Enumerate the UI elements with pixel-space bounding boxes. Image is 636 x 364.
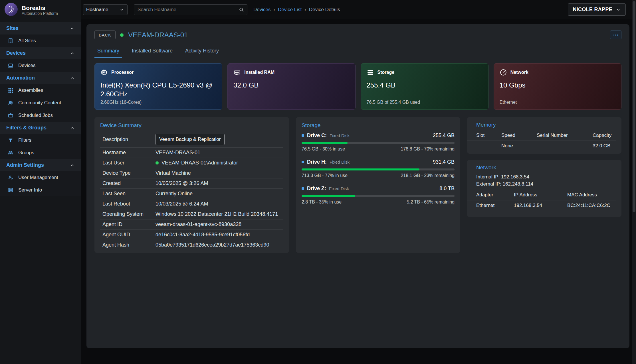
search-icon[interactable] <box>239 7 244 13</box>
sidebar-section-devices[interactable]: Devices <box>0 47 81 59</box>
brand-name: Borealis <box>22 5 58 11</box>
table-header-row: Adapter IP Address MAC Address <box>467 190 616 200</box>
online-status-dot <box>120 33 124 37</box>
chevron-up-icon <box>70 76 75 81</box>
brand: Borealis Automation Platform <box>4 2 58 18</box>
breadcrumb-devices[interactable]: Devices <box>253 7 270 13</box>
grid-icon <box>7 88 14 93</box>
cpu-icon <box>100 69 108 76</box>
chevron-down-icon <box>616 7 621 12</box>
drive-row: Drive H: Fixed Disk 931.4 GB 713.3 GB - … <box>302 159 455 178</box>
breadcrumb-separator: › <box>304 7 306 13</box>
sidebar-item-assemblies[interactable]: Assemblies <box>0 84 81 97</box>
network-card: Network Internal IP: 192.168.3.54 Extern… <box>467 160 621 217</box>
storage-heading: Storage <box>296 117 460 131</box>
panel-header: BACK VEEAM-DRAAS-01 <box>94 30 621 39</box>
search-box <box>134 4 247 15</box>
sidebar-item-devices[interactable]: Devices <box>0 59 81 72</box>
device-summary-table: Description Hostname VEEAM-DRAAS-01 Last… <box>100 131 283 250</box>
device-summary-card: Device Summary Description Hostname VEEA… <box>94 117 289 253</box>
chevron-down-icon <box>119 7 124 12</box>
sidebar-section-sites[interactable]: Sites <box>0 22 81 34</box>
tab-installed-software[interactable]: Installed Software <box>129 46 175 58</box>
hostname-filter-select[interactable]: Hostname <box>83 4 128 15</box>
sidebar-item-all-sites[interactable]: All Sites <box>0 34 81 47</box>
device-details-panel: BACK VEEAM-DRAAS-01 Summary Installed So… <box>86 24 629 348</box>
groups-icon <box>7 150 14 156</box>
table-header-row: Slot Speed Serial Number Capacity <box>467 130 616 141</box>
table-row: Agent GUID de16c0c1-8aa2-4d18-9585-9ce91… <box>100 230 283 240</box>
right-column: Memory Slot Speed Serial Number Capacity… <box>467 117 621 217</box>
sidebar-item-server-info[interactable]: Server Info <box>0 184 81 196</box>
table-row: Device Type Virtual Machine <box>100 168 283 178</box>
ellipsis-icon <box>613 32 619 38</box>
table-row: Ethernet 192.168.3.54 BC:24:11:CA:C6:2C <box>467 200 616 211</box>
drive-usage-bar <box>302 142 455 144</box>
network-heading: Network <box>467 160 621 173</box>
memory-heading: Memory <box>467 117 621 130</box>
server-icon <box>7 187 14 193</box>
sidebar-item-scheduled-jobs[interactable]: Scheduled Jobs <box>0 109 81 122</box>
brand-text: Borealis Automation Platform <box>22 5 58 16</box>
table-row: None 32.0 GB <box>467 141 616 151</box>
sidebar-section-automation[interactable]: Automation <box>0 72 81 84</box>
sidebar-item-groups[interactable]: Groups <box>0 147 81 159</box>
drive-usage-fill <box>302 195 355 197</box>
drive-usage-fill <box>302 142 348 144</box>
back-button[interactable]: BACK <box>94 30 116 39</box>
drive-usage-bar <box>302 195 455 197</box>
stat-card-installed-ram: Installed RAM 32.0 GB <box>227 63 355 110</box>
breadcrumb-current: Device Details <box>309 7 340 13</box>
briefcase-icon <box>7 113 14 118</box>
drive-icon <box>302 134 304 137</box>
breadcrumb-separator: › <box>273 7 275 13</box>
more-options-button[interactable] <box>610 30 621 39</box>
tab-summary[interactable]: Summary <box>94 46 122 58</box>
sidebar-item-filters[interactable]: Filters <box>0 134 81 147</box>
table-row: Agent Hash 05ba0e7935171d626ecea29b27d7a… <box>100 240 283 250</box>
stat-card-processor: Processor Intel(R) Xeon(R) CPU E5-2690 v… <box>94 63 222 110</box>
storage-card: Storage Drive C: Fixed Disk 255.4 GB 76.… <box>296 117 460 253</box>
scrollbar[interactable] <box>632 0 636 364</box>
user-menu-button[interactable]: NICOLE RAPPE <box>568 3 626 16</box>
sidebar-item-user-management[interactable]: User Management <box>0 171 81 184</box>
storage-icon <box>367 69 374 76</box>
filter-icon <box>7 137 14 143</box>
drive-icon <box>302 187 304 190</box>
sidebar-section-admin-settings[interactable]: Admin Settings <box>0 159 81 171</box>
sidebar-section-filters-groups[interactable]: Filters & Groups <box>0 122 81 134</box>
chevron-up-icon <box>70 26 75 31</box>
device-summary-heading: Device Summary <box>94 117 289 131</box>
chevron-up-icon <box>70 125 75 131</box>
online-status-dot <box>156 161 159 164</box>
ip-addresses: Internal IP: 192.168.3.54 External IP: 1… <box>467 173 621 190</box>
detail-columns: Device Summary Description Hostname VEEA… <box>94 117 621 253</box>
chevron-up-icon <box>70 163 75 168</box>
device-title: VEEAM-DRAAS-01 <box>128 31 188 39</box>
sidebar-nav: Sites All Sites Devices Devices Automati… <box>0 22 81 196</box>
memory-card: Memory Slot Speed Serial Number Capacity… <box>467 117 621 154</box>
table-row: Hostname VEEAM-DRAAS-01 <box>100 148 283 158</box>
drive-usage-fill <box>302 168 419 170</box>
description-input[interactable] <box>156 134 225 145</box>
table-row: Last Reboot 10/03/2025 @ 6:24 AM <box>100 199 283 209</box>
stat-card-storage: Storage 255.4 GB 76.5 GB of 255.4 GB use… <box>361 63 488 110</box>
tab-activity-history[interactable]: Activity History <box>182 46 222 58</box>
internal-ip: Internal IP: 192.168.3.54 <box>476 174 616 181</box>
brand-subtitle: Automation Platform <box>22 11 58 16</box>
people-icon <box>7 100 14 106</box>
table-row: Description <box>100 131 283 148</box>
stat-cards: Processor Intel(R) Xeon(R) CPU E5-2690 v… <box>94 63 621 110</box>
breadcrumb-device-list[interactable]: Device List <box>278 7 302 13</box>
table-row: Operating System Windows 10 2022 Datacen… <box>100 209 283 219</box>
drive-usage-bar <box>302 168 455 170</box>
tabs: Summary Installed Software Activity Hist… <box>94 46 621 58</box>
laptop-icon <box>7 63 14 68</box>
table-row: Last Seen Currently Online <box>100 189 283 199</box>
drive-icon <box>302 161 304 163</box>
drive-list: Drive C: Fixed Disk 255.4 GB 76.5 GB - 3… <box>302 133 455 205</box>
sidebar-item-community-content[interactable]: Community Content <box>0 97 81 109</box>
search-input[interactable] <box>137 7 239 13</box>
building-icon <box>7 38 14 44</box>
scrollbar-thumb[interactable] <box>633 1 635 212</box>
